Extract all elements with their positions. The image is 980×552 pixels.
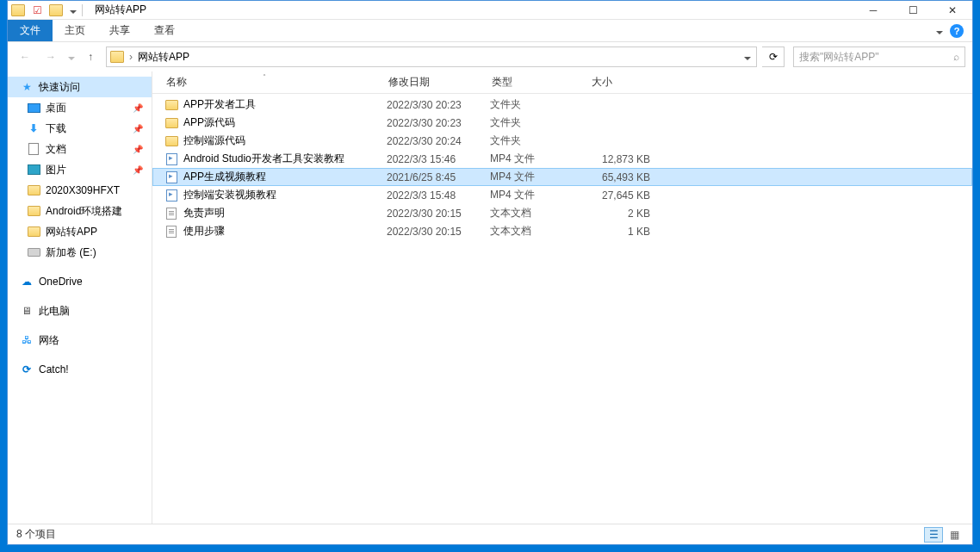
file-row[interactable]: APP源代码2022/3/30 20:23文件夹 [152,114,972,132]
file-type: MP4 文件 [490,188,590,202]
file-name: 控制端安装视频教程 [183,188,387,202]
title-separator [82,4,83,16]
file-row[interactable]: 使用步骤2022/3/30 20:15文本文档1 KB [152,222,972,240]
sidebar-label: 图片 [46,163,66,177]
network-icon: 🖧 [20,333,34,347]
sidebar-label: Catch! [39,363,69,375]
minimize-button[interactable]: ─ [853,1,893,20]
file-date: 2021/6/25 8:45 [387,171,490,183]
file-date: 2022/3/30 20:23 [387,117,490,129]
sidebar-catch[interactable]: ⟳Catch! [8,359,152,380]
titlebar: ☑ 网站转APP ─ ☐ ✕ [8,1,972,20]
content-area: ˄ 名称 修改日期 类型 大小 APP开发者工具2022/3/30 20:23文… [152,71,972,524]
sidebar-item-desktop[interactable]: 桌面📌 [8,97,152,118]
pc-icon: 🖥 [20,304,34,318]
file-name: APP生成视频教程 [183,170,387,184]
sidebar-this-pc[interactable]: 🖥此电脑 [8,301,152,321]
close-button[interactable]: ✕ [933,1,972,20]
search-input[interactable] [799,51,953,63]
ribbon-expand-icon[interactable] [934,25,943,37]
catch-icon: ⟳ [20,363,34,376]
sidebar-label: 网络 [39,333,59,348]
sidebar-label: 快速访问 [39,80,80,95]
view-details-button[interactable]: ☰ [924,527,943,543]
drive-icon [27,245,40,259]
file-list[interactable]: APP开发者工具2022/3/30 20:23文件夹APP源代码2022/3/3… [152,94,972,524]
file-date: 2022/3/30 20:24 [387,135,490,147]
view-thumbnails-button[interactable]: ▦ [945,527,964,543]
ribbon-tab-home[interactable]: 主页 [53,20,97,41]
file-row[interactable]: 免责声明2022/3/30 20:15文本文档2 KB [152,204,972,222]
file-date: 2022/3/30 20:15 [387,208,490,220]
column-header-type[interactable]: 类型 [490,75,590,90]
window-title: 网站转APP [95,3,146,17]
file-row[interactable]: APP生成视频教程2021/6/25 8:45MP4 文件65,493 KB [152,168,972,186]
column-header-date[interactable]: 修改日期 [387,75,490,90]
sidebar-label: OneDrive [39,276,83,288]
nav-back-button[interactable]: ← [15,47,35,67]
search-box[interactable]: ⌕ [793,47,965,67]
statusbar: 8 个项目 ☰ ▦ [8,524,972,544]
nav-up-button[interactable]: ↑ [80,47,101,67]
column-header-size[interactable]: 大小 [590,75,652,90]
file-row[interactable]: 控制端安装视频教程2022/3/3 15:48MP4 文件27,645 KB [152,186,972,204]
pin-icon: 📌 [133,124,143,133]
sidebar-item-recent[interactable]: Android环境搭建 [8,201,152,221]
file-date: 2022/3/30 20:15 [387,226,490,238]
sidebar-item-pictures[interactable]: 图片📌 [8,159,152,180]
file-size: 1 KB [590,226,650,238]
ribbon-tab-file[interactable]: 文件 [8,20,53,41]
qat-properties-icon[interactable]: ☑ [30,3,44,17]
qat-open-folder-icon[interactable] [49,3,63,17]
sidebar-network[interactable]: 🖧网络 [8,330,152,350]
file-row[interactable]: 控制端源代码2022/3/30 20:24文件夹 [152,132,972,150]
column-header-name[interactable]: 名称 [164,75,387,90]
star-icon: ★ [20,80,34,94]
sidebar-onedrive[interactable]: ☁OneDrive [8,271,152,292]
ribbon-tab-share[interactable]: 共享 [97,20,142,41]
sidebar-item-downloads[interactable]: ⬇下载📌 [8,118,152,139]
file-row[interactable]: Android Studio开发者工具安装教程2022/3/3 15:46MP4… [152,150,972,168]
nav-history-dropdown-icon[interactable] [66,51,75,63]
file-name: APP开发者工具 [183,97,387,112]
cloud-icon: ☁ [20,275,34,288]
sidebar-item-recent[interactable]: 网站转APP [8,221,152,242]
desktop-icon [27,101,40,115]
file-date: 2022/3/3 15:46 [387,153,490,165]
file-row[interactable]: APP开发者工具2022/3/30 20:23文件夹 [152,96,972,114]
address-bar[interactable]: › 网站转APP [106,47,757,67]
file-type: 文本文档 [490,206,590,220]
help-icon[interactable]: ? [950,24,964,38]
ribbon-tab-view[interactable]: 查看 [142,20,187,41]
file-type: 文件夹 [490,97,590,112]
folder-icon [164,136,178,146]
sidebar-quick-access[interactable]: ★ 快速访问 [8,77,152,97]
explorer-window: ☑ 网站转APP ─ ☐ ✕ 文件 主页 共享 查看 ? ← → ↑ › 网站转… [7,0,973,545]
file-name: 控制端源代码 [183,133,387,148]
document-icon [27,142,40,156]
breadcrumb-separator-icon[interactable]: › [129,51,133,63]
maximize-button[interactable]: ☐ [893,1,933,20]
navbar: ← → ↑ › 网站转APP ⟳ ⌕ [8,42,972,71]
file-type: MP4 文件 [490,152,590,166]
breadcrumb-current[interactable]: 网站转APP [138,50,189,65]
app-folder-icon [11,3,25,17]
search-icon[interactable]: ⌕ [953,51,959,63]
sidebar-item-drive[interactable]: 新加卷 (E:) [8,242,152,263]
file-size: 12,873 KB [590,153,650,165]
file-type: 文件夹 [490,133,590,148]
qat-dropdown-icon[interactable] [68,4,77,16]
address-dropdown-icon[interactable] [742,51,751,63]
column-headers: ˄ 名称 修改日期 类型 大小 [152,71,972,94]
status-item-count: 8 个项目 [16,527,56,542]
sidebar-item-recent[interactable]: 2020X309HFXT [8,180,152,201]
nav-forward-button[interactable]: → [40,47,61,67]
file-size: 65,493 KB [590,171,650,183]
file-name: 免责声明 [183,206,387,220]
address-folder-icon [110,50,124,64]
sidebar-label: 桌面 [46,101,66,115]
refresh-button[interactable]: ⟳ [762,47,785,67]
sidebar-item-documents[interactable]: 文档📌 [8,139,152,159]
sidebar-label: 新加卷 (E:) [46,245,96,260]
pictures-icon [27,163,40,177]
